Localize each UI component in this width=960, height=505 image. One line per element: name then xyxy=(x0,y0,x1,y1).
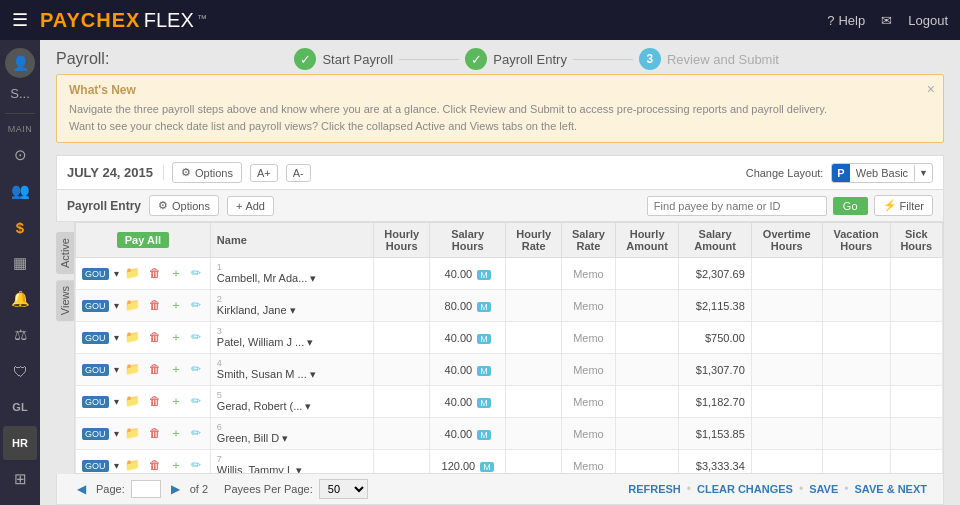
sidebar-item-compliance[interactable]: ⚖ xyxy=(3,318,37,352)
date-bar-right: Change Layout: P Web Basic ▼ xyxy=(746,163,933,183)
cell-value xyxy=(822,450,890,475)
trash-icon[interactable]: 🗑 xyxy=(146,297,164,313)
salary-rate-cell: Memo xyxy=(562,258,616,290)
edit-icon[interactable]: ✏ xyxy=(188,393,204,409)
payroll-date: JULY 24, 2015 xyxy=(67,165,164,180)
sidebar-item-grid[interactable]: ⊞ xyxy=(3,462,37,496)
cell-value xyxy=(374,450,430,475)
add-row-icon[interactable]: ＋ xyxy=(167,297,185,313)
pay-all-button[interactable]: Pay All xyxy=(117,232,169,248)
dropdown-arrow[interactable]: ▾ xyxy=(114,364,119,375)
dropdown-arrow[interactable]: ▾ xyxy=(114,300,119,311)
table-row: GOU ▾ 📁 🗑 ＋ ✏ 7Willis, Tammy L ▾120.00 M… xyxy=(76,450,943,475)
help-link[interactable]: ? Help xyxy=(827,13,865,28)
layout-paychex-icon: P xyxy=(832,164,849,182)
trash-icon[interactable]: 🗑 xyxy=(146,361,164,377)
sidebar-item-home[interactable]: ⊙ xyxy=(3,138,37,172)
date-options-button[interactable]: ⚙ Options xyxy=(172,162,242,183)
sidebar-item-notifications[interactable]: 🔔 xyxy=(3,282,37,316)
edit-icon[interactable]: ✏ xyxy=(188,265,204,281)
dropdown-arrow[interactable]: ▾ xyxy=(114,268,119,279)
messages-link[interactable]: ✉ xyxy=(881,13,892,28)
trash-icon[interactable]: 🗑 xyxy=(146,265,164,281)
dropdown-arrow[interactable]: ▾ xyxy=(114,460,119,471)
folder-icon[interactable]: 📁 xyxy=(122,393,143,409)
sidebar-item-payroll[interactable]: $ xyxy=(3,210,37,244)
refresh-link[interactable]: REFRESH xyxy=(628,483,681,495)
trash-icon[interactable]: 🗑 xyxy=(146,393,164,409)
col-vacation-hours: VacationHours xyxy=(822,223,890,258)
cell-value xyxy=(615,418,679,450)
col-hourly-amount: HourlyAmount xyxy=(615,223,679,258)
add-row-icon[interactable]: ＋ xyxy=(167,393,185,409)
folder-icon[interactable]: 📁 xyxy=(122,457,143,473)
search-input[interactable] xyxy=(647,196,827,216)
views-tab[interactable]: Views xyxy=(56,280,74,321)
dropdown-arrow[interactable]: ▾ xyxy=(114,396,119,407)
sidebar-item-gl[interactable]: GL xyxy=(3,390,37,424)
add-row-icon[interactable]: ＋ xyxy=(167,425,185,441)
row-actions: GOU ▾ 📁 🗑 ＋ ✏ xyxy=(76,418,211,450)
logout-link[interactable]: Logout xyxy=(908,13,948,28)
user-avatar[interactable]: 👤 xyxy=(5,48,35,78)
menu-hamburger-icon[interactable]: ☰ xyxy=(12,9,28,31)
step2-complete-icon: ✓ xyxy=(465,48,487,70)
dropdown-arrow[interactable]: ▾ xyxy=(114,332,119,343)
employee-name: 6Green, Bill D ▾ xyxy=(210,418,373,450)
cell-value xyxy=(822,290,890,322)
sidebar-item-reports[interactable]: ▦ xyxy=(3,246,37,280)
layout-selector[interactable]: P Web Basic ▼ xyxy=(831,163,933,183)
font-smaller-button[interactable]: A- xyxy=(286,164,311,182)
folder-icon[interactable]: 📁 xyxy=(122,265,143,281)
cell-value xyxy=(506,354,562,386)
banner-close-icon[interactable]: × xyxy=(927,81,935,97)
add-button[interactable]: + Add xyxy=(227,196,274,216)
col-salary-amount: SalaryAmount xyxy=(679,223,751,258)
emp-badge: GOU xyxy=(82,428,109,440)
add-row-icon[interactable]: ＋ xyxy=(167,457,185,473)
memo-label: Memo xyxy=(573,300,604,312)
sidebar-item-security[interactable]: 🛡 xyxy=(3,354,37,388)
sidebar-item-s[interactable]: S... xyxy=(10,86,30,101)
cell-value xyxy=(890,386,942,418)
cell-value xyxy=(822,322,890,354)
chevron-down-icon: ▼ xyxy=(914,165,932,181)
add-row-icon[interactable]: ＋ xyxy=(167,361,185,377)
add-row-icon[interactable]: ＋ xyxy=(167,265,185,281)
dropdown-arrow[interactable]: ▾ xyxy=(114,428,119,439)
edit-icon[interactable]: ✏ xyxy=(188,297,204,313)
edit-icon[interactable]: ✏ xyxy=(188,329,204,345)
entry-options-button[interactable]: ⚙ Options xyxy=(149,195,219,216)
emp-badge: GOU xyxy=(82,300,109,312)
payees-per-page-select[interactable]: 50 25 100 xyxy=(319,479,368,499)
sidebar-item-users[interactable]: 👥 xyxy=(3,174,37,208)
go-button[interactable]: Go xyxy=(833,197,868,215)
edit-icon[interactable]: ✏ xyxy=(188,425,204,441)
save-next-link[interactable]: SAVE & NEXT xyxy=(854,483,927,495)
folder-icon[interactable]: 📁 xyxy=(122,361,143,377)
salary-hours-cell: 40.00 M xyxy=(430,418,506,450)
trash-icon[interactable]: 🗑 xyxy=(146,329,164,345)
plus-icon: + xyxy=(236,200,242,212)
font-larger-button[interactable]: A+ xyxy=(250,164,278,182)
col-salary-hours: SalaryHours xyxy=(430,223,506,258)
next-page-button[interactable]: ▶ xyxy=(167,481,184,497)
prev-page-button[interactable]: ◀ xyxy=(73,481,90,497)
page-number-input[interactable]: 1 xyxy=(131,480,161,498)
edit-icon[interactable]: ✏ xyxy=(188,457,204,473)
trash-icon[interactable]: 🗑 xyxy=(146,425,164,441)
add-row-icon[interactable]: ＋ xyxy=(167,329,185,345)
folder-icon[interactable]: 📁 xyxy=(122,297,143,313)
filter-button[interactable]: ⚡ Filter xyxy=(874,195,933,216)
memo-label: Memo xyxy=(573,332,604,344)
sidebar-item-hr[interactable]: HR xyxy=(3,426,37,460)
folder-icon[interactable]: 📁 xyxy=(122,329,143,345)
save-link[interactable]: SAVE xyxy=(809,483,838,495)
clear-changes-link[interactable]: CLEAR CHANGES xyxy=(697,483,793,495)
edit-icon[interactable]: ✏ xyxy=(188,361,204,377)
trash-icon[interactable]: 🗑 xyxy=(146,457,164,473)
step-2: ✓ Payroll Entry xyxy=(465,48,567,70)
date-bar: JULY 24, 2015 ⚙ Options A+ A- Change Lay… xyxy=(56,155,944,190)
active-tab[interactable]: Active xyxy=(56,232,74,274)
folder-icon[interactable]: 📁 xyxy=(122,425,143,441)
